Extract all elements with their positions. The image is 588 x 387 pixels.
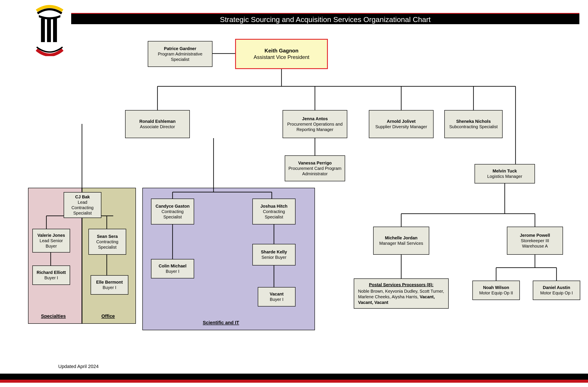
postal-header: Postal Services Processors (8): [358, 282, 444, 288]
node-title: Associate Director [140, 124, 175, 130]
node-title: Contracting Specialist [154, 209, 191, 220]
node-name: Jerome Powell [520, 233, 550, 238]
node-title: Contracting Specialist [91, 239, 124, 250]
node-jerome: Jerome Powell Storekeeper III Warehouse … [507, 227, 563, 255]
node-jenna: Jenna Antos Procurement Operations and R… [283, 110, 347, 138]
svg-rect-1 [47, 18, 51, 42]
node-name: Michelle Jordan [385, 235, 417, 241]
node-title: Buyer I [166, 269, 179, 274]
group-label-scientific: Scientific and IT [203, 320, 239, 325]
node-name: Sean Sera [97, 234, 118, 239]
node-title: Buyer I [103, 285, 116, 290]
node-name: Elle Bermont [96, 279, 123, 285]
node-name: Ronald Eshleman [139, 119, 176, 124]
node-name: Sharde Kelly [261, 249, 287, 255]
node-sharde: Sharde Kelly Senior Buyer [252, 244, 295, 266]
node-title: Supplier Diversity Manager [375, 124, 427, 130]
node-colin: Colin Michael Buyer I [151, 259, 194, 278]
node-name: Vacant [270, 291, 283, 297]
node-name: Colin Michael [159, 263, 187, 269]
updated-text: Updated April 2024 [58, 364, 99, 369]
node-name: Jenna Antos [302, 116, 328, 121]
node-vanessa: Vanessa Perrigo Procurement Card Program… [285, 155, 345, 181]
node-title: Lead Senior Buyer [35, 238, 67, 249]
footer-red [0, 380, 588, 383]
org-logo [35, 4, 65, 56]
node-joshua: Joshua Hitch Contracting Specialist [252, 199, 295, 225]
node-ronald: Ronald Eshleman Associate Director [125, 110, 190, 138]
node-name: Noah Wilson [483, 285, 509, 290]
node-title: Motor Equip Op II [479, 290, 513, 296]
node-title: Assistant Vice President [254, 54, 309, 60]
node-title: Contracting Specialist [255, 209, 293, 220]
node-sheneka: Sheneka Nichols Subcontracting Specialis… [444, 110, 503, 138]
svg-rect-2 [53, 18, 57, 42]
node-title: Lead Contracting Specialist [66, 200, 99, 216]
footer-black [0, 374, 588, 380]
node-title: Storekeeper III Warehouse A [509, 238, 560, 249]
node-name: Sheneka Nichols [456, 119, 491, 124]
node-title: Procurement Card Program Administrator [287, 166, 342, 177]
node-title: Logistics Manager [487, 174, 522, 179]
node-title: Procurement Operations and Reporting Man… [285, 121, 345, 132]
node-name: Daniel Austin [543, 285, 570, 290]
node-name: Joshua Hitch [260, 204, 288, 209]
node-postal: Postal Services Processors (8): Noble Br… [354, 278, 449, 309]
node-name: Valerie Jones [38, 233, 65, 238]
node-cj: CJ Bak Lead Contracting Specialist [64, 192, 101, 218]
node-name: Candyce Gaston [155, 204, 189, 209]
node-name: Keith Gagnon [264, 47, 298, 54]
node-title: Manager Mail Services [379, 241, 423, 246]
node-title: Senior Buyer [261, 255, 286, 260]
node-title: Program Administrative Specialist [150, 51, 210, 62]
node-arnold: Arnold Jolivet Supplier Diversity Manage… [369, 110, 434, 138]
node-name: Patrice Gardner [164, 46, 196, 51]
svg-rect-0 [41, 18, 45, 42]
node-title: Buyer I [44, 275, 58, 281]
node-name: Vanessa Perrigo [298, 160, 332, 166]
node-daniel: Daniel Austin Motor Equip Op I [533, 281, 580, 300]
group-label-specialties: Specialties [41, 313, 66, 319]
node-patrice: Patrice Gardner Program Administrative S… [148, 41, 212, 67]
node-title: Motor Equip Op I [540, 290, 573, 296]
node-michelle: Michelle Jordan Manager Mail Services [373, 227, 429, 255]
node-candyce: Candyce Gaston Contracting Specialist [151, 199, 194, 225]
node-vacant: Vacant Buyer I [258, 287, 295, 306]
node-sean: Sean Sera Contracting Specialist [88, 229, 126, 255]
node-name: Arnold Jolivet [387, 119, 416, 124]
node-melvin: Melvin Tuck Logistics Manager [475, 164, 535, 183]
node-richard: Richard Elliott Buyer I [32, 266, 70, 285]
page-title: Strategic Sourcing and Acquisition Servi… [71, 13, 579, 24]
node-noah: Noah Wilson Motor Equip Op II [472, 281, 520, 300]
node-keith: Keith Gagnon Assistant Vice President [235, 39, 328, 69]
node-valerie: Valerie Jones Lead Senior Buyer [32, 229, 70, 252]
node-title: Subcontracting Specialist [449, 124, 498, 130]
node-elle: Elle Bermont Buyer I [91, 275, 128, 295]
node-title: Buyer I [270, 297, 283, 302]
node-name: Richard Elliott [37, 270, 66, 275]
node-name: Melvin Tuck [493, 168, 517, 174]
group-label-office: Office [101, 313, 115, 319]
node-name: CJ Bak [75, 194, 90, 200]
